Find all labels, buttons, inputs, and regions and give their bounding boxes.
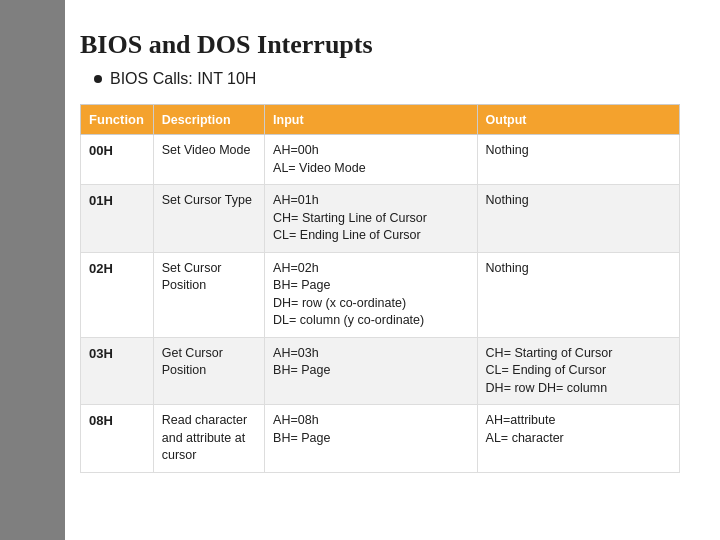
table-row: 00HSet Video ModeAH=00h AL= Video ModeNo… <box>81 135 680 185</box>
cell-output: Nothing <box>477 135 679 185</box>
cell-description: Get Cursor Position <box>153 337 264 405</box>
cell-description: Set Cursor Position <box>153 252 264 337</box>
cell-input: AH=08h BH= Page <box>265 405 478 473</box>
col-header-output: Output <box>477 105 679 135</box>
col-header-description: Description <box>153 105 264 135</box>
cell-function: 02H <box>81 252 154 337</box>
cell-description: Set Cursor Type <box>153 185 264 253</box>
bios-table: Function Description Input Output 00HSet… <box>80 104 680 473</box>
cell-input: AH=00h AL= Video Mode <box>265 135 478 185</box>
left-sidebar <box>0 0 65 540</box>
col-header-input: Input <box>265 105 478 135</box>
cell-output: Nothing <box>477 185 679 253</box>
cell-output: CH= Starting of Cursor CL= Ending of Cur… <box>477 337 679 405</box>
table-row: 03HGet Cursor PositionAH=03h BH= PageCH=… <box>81 337 680 405</box>
cell-output: Nothing <box>477 252 679 337</box>
table-row: 02HSet Cursor PositionAH=02h BH= Page DH… <box>81 252 680 337</box>
cell-input: AH=03h BH= Page <box>265 337 478 405</box>
cell-function: 03H <box>81 337 154 405</box>
table-row: 08HRead character and attribute at curso… <box>81 405 680 473</box>
cell-function: 08H <box>81 405 154 473</box>
slide-title: BIOS and DOS Interrupts <box>80 30 680 60</box>
table-row: 01HSet Cursor TypeAH=01h CH= Starting Li… <box>81 185 680 253</box>
cell-function: 01H <box>81 185 154 253</box>
cell-input: AH=01h CH= Starting Line of Cursor CL= E… <box>265 185 478 253</box>
table-header-row: Function Description Input Output <box>81 105 680 135</box>
cell-function: 00H <box>81 135 154 185</box>
cell-description: Set Video Mode <box>153 135 264 185</box>
cell-description: Read character and attribute at cursor <box>153 405 264 473</box>
cell-input: AH=02h BH= Page DH= row (x co-ordinate) … <box>265 252 478 337</box>
slide-subtitle: BIOS Calls: INT 10H <box>94 70 680 88</box>
cell-output: AH=attribute AL= character <box>477 405 679 473</box>
slide: BIOS and DOS Interrupts BIOS Calls: INT … <box>0 0 720 540</box>
subtitle-text: BIOS Calls: INT 10H <box>110 70 256 88</box>
bullet-icon <box>94 75 102 83</box>
col-header-function: Function <box>81 105 154 135</box>
